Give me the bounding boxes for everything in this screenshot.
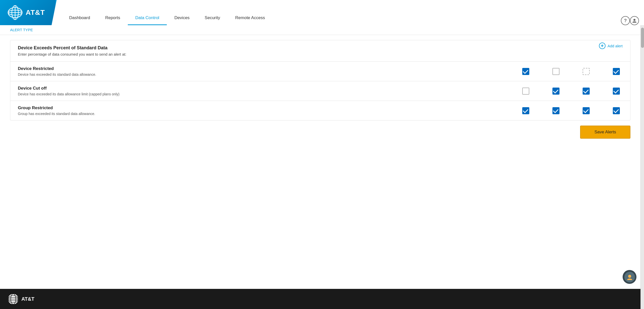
checkbox-checked-icon — [522, 68, 529, 75]
alert-row-device-restricted: Device Restricted Device has exceeded it… — [10, 62, 630, 81]
support-chat-button[interactable] — [623, 270, 636, 284]
nav-item-security[interactable]: Security — [197, 11, 228, 25]
logo-area: AT&T — [0, 0, 55, 25]
checkbox-group-group-restricted — [522, 107, 620, 114]
alert-name-device-restricted: Device Restricted — [18, 66, 517, 71]
checkbox-checked-icon — [613, 68, 620, 75]
header: AT&T Dashboard Reports Data Control Devi… — [0, 0, 644, 25]
checkbox-unchecked-icon — [552, 68, 559, 75]
breadcrumb: ALERT TYPE — [10, 28, 33, 32]
alert-info-group-restricted: Group Restricted Group has exceeded its … — [18, 105, 517, 116]
att-logo-icon — [8, 5, 23, 20]
checkbox-dr-4[interactable] — [613, 68, 620, 75]
checkbox-gr-1[interactable] — [522, 107, 530, 114]
logo-text: AT&T — [26, 9, 45, 17]
save-button-area: Save Alerts — [10, 121, 630, 141]
alert-info-device-restricted: Device Restricted Device has exceeded it… — [18, 66, 517, 76]
checkbox-dco-4[interactable] — [613, 87, 620, 95]
section-title-device-exceeds: Device Exceeds Percent of Standard Data — [18, 45, 126, 51]
device-exceeds-section: Device Exceeds Percent of Standard Data … — [10, 40, 630, 121]
nav-item-devices[interactable]: Devices — [167, 11, 197, 25]
footer-att-logo-icon — [8, 293, 19, 305]
nav-item-dashboard[interactable]: Dashboard — [62, 11, 98, 25]
alert-info-device-cut-off: Device Cut off Device has exceeded its d… — [18, 86, 517, 96]
add-alert-button[interactable]: + Add alert — [599, 43, 623, 49]
checkbox-gr-3[interactable] — [582, 107, 590, 114]
svg-point-12 — [628, 275, 631, 278]
alert-desc-device-restricted: Device has exceeded its standard data al… — [18, 72, 517, 76]
section-header-device-exceeds: Device Exceeds Percent of Standard Data … — [10, 40, 630, 62]
checkbox-unchecked-icon — [522, 88, 529, 95]
scrollbar[interactable] — [640, 25, 644, 309]
nav-item-data-control[interactable]: Data Control — [128, 11, 167, 25]
sub-header: ALERT TYPE — [0, 25, 640, 35]
section-desc-device-exceeds: Enter percentage of data consumed you wa… — [18, 52, 126, 56]
support-avatar-icon — [626, 274, 633, 281]
checkbox-gr-4[interactable] — [613, 107, 620, 114]
main-nav: Dashboard Reports Data Control Devices S… — [57, 11, 272, 25]
user-icon — [632, 18, 637, 23]
checkbox-checked-icon — [583, 107, 590, 114]
scrollbar-thumb[interactable] — [641, 28, 644, 48]
checkbox-checked-icon — [583, 88, 590, 95]
checkbox-gr-2[interactable] — [552, 107, 560, 114]
checkbox-group-device-cut-off — [522, 87, 620, 95]
checkbox-dr-1[interactable] — [522, 68, 530, 75]
checkbox-dr-3[interactable] — [582, 68, 590, 75]
alert-row-group-restricted: Group Restricted Group has exceeded its … — [10, 101, 630, 120]
alert-row-device-cut-off: Device Cut off Device has exceeded its d… — [10, 81, 630, 101]
checkbox-checked-icon — [613, 107, 620, 114]
checkbox-checked-icon — [552, 107, 559, 114]
nav-item-remote-access[interactable]: Remote Access — [228, 11, 272, 25]
checkbox-dr-2[interactable] — [552, 68, 560, 75]
checkbox-dco-3[interactable] — [582, 87, 590, 95]
help-button[interactable]: ? — [621, 16, 630, 25]
alert-name-group-restricted: Group Restricted — [18, 105, 517, 110]
save-alerts-button[interactable]: Save Alerts — [580, 126, 630, 139]
checkbox-group-device-restricted — [522, 68, 620, 75]
footer-logo-text: AT&T — [21, 296, 34, 302]
support-icon — [624, 272, 635, 282]
checkbox-checked-icon — [522, 107, 529, 114]
nav-area: Dashboard Reports Data Control Devices S… — [52, 0, 644, 25]
alert-desc-device-cut-off: Device has exceeded its data allowance l… — [18, 92, 517, 96]
svg-point-6 — [633, 19, 635, 21]
nav-item-reports[interactable]: Reports — [98, 11, 128, 25]
add-alert-label: Add alert — [608, 44, 623, 48]
user-profile-button[interactable] — [630, 16, 639, 25]
checkbox-checked-icon — [613, 88, 620, 95]
add-alert-icon: + — [599, 43, 606, 49]
footer: AT&T — [0, 289, 640, 309]
alert-desc-group-restricted: Group has exceeded its standard data all… — [18, 112, 517, 116]
checkbox-dco-1[interactable] — [522, 87, 530, 95]
alert-name-device-cut-off: Device Cut off — [18, 86, 517, 91]
main-content: Device Exceeds Percent of Standard Data … — [0, 35, 640, 289]
footer-logo: AT&T — [8, 293, 34, 305]
checkbox-checked-icon — [552, 88, 559, 95]
checkbox-dco-2[interactable] — [552, 87, 560, 95]
checkbox-dashed-icon — [583, 68, 590, 75]
